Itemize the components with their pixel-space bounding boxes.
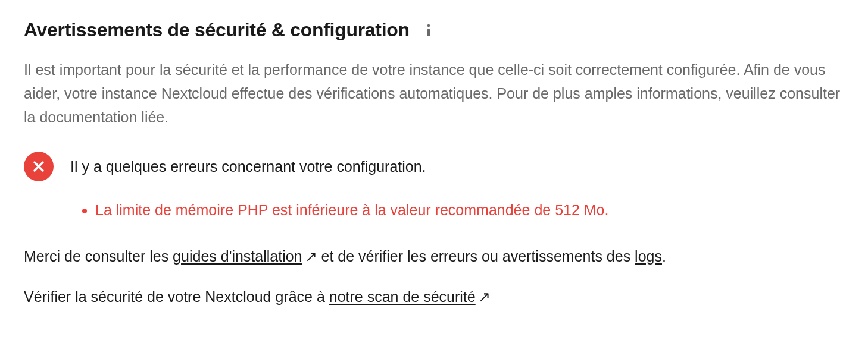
text: et de vérifier les erreurs ou avertissem… xyxy=(317,248,635,265)
text: . xyxy=(662,248,666,265)
alert-summary: Il y a quelques erreurs concernant votre… xyxy=(70,158,426,175)
text: Vérifier la sécurité de votre Nextcloud … xyxy=(24,288,329,305)
external-link-icon: ↗ xyxy=(305,244,317,268)
intro-paragraph: Il est important pour la sécurité et la … xyxy=(24,58,844,129)
svg-point-0 xyxy=(427,24,430,26)
security-scan-link[interactable]: notre scan de sécurité↗ xyxy=(329,288,491,305)
svg-rect-1 xyxy=(427,29,430,36)
text: Merci de consulter les xyxy=(24,248,173,265)
issue-list: La limite de mémoire PHP est inférieure … xyxy=(95,199,844,222)
section-title: Avertissements de sécurité & configurati… xyxy=(24,19,410,41)
doc-guidance-line: Merci de consulter les guides d'installa… xyxy=(24,244,844,268)
issue-item: La limite de mémoire PHP est inférieure … xyxy=(95,199,844,222)
info-icon[interactable] xyxy=(421,23,436,37)
link-label: notre scan de sécurité xyxy=(329,288,476,305)
alert-row: Il y a quelques erreurs concernant votre… xyxy=(24,152,844,181)
security-scan-line: Vérifier la sécurité de votre Nextcloud … xyxy=(24,285,844,309)
link-label: logs xyxy=(635,248,662,265)
logs-link[interactable]: logs xyxy=(635,248,662,265)
error-icon xyxy=(24,152,54,181)
link-label: guides d'installation xyxy=(173,248,302,265)
install-guides-link[interactable]: guides d'installation↗ xyxy=(173,248,317,265)
section-title-row: Avertissements de sécurité & configurati… xyxy=(24,19,844,41)
external-link-icon: ↗ xyxy=(478,285,491,309)
